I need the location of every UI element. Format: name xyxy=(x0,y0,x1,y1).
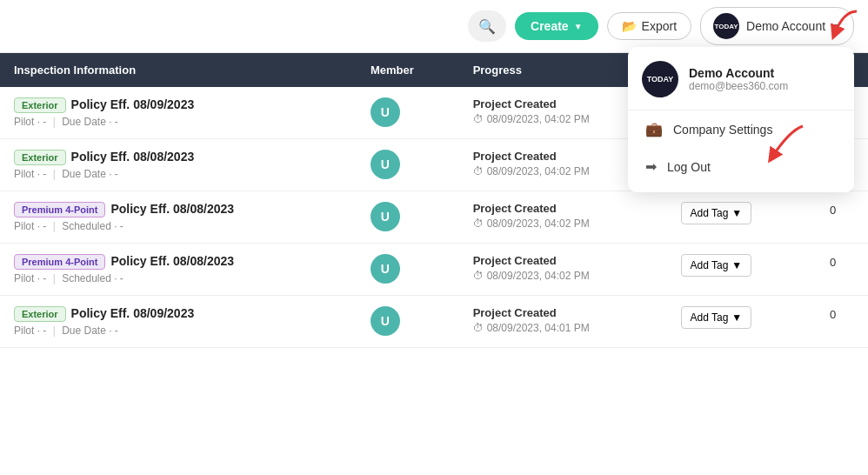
inspection-badge: Premium 4-Point xyxy=(14,254,105,270)
dropdown-user-info: Demo Account demo@bees360.com xyxy=(689,66,788,92)
inspection-badge: Premium 4-Point xyxy=(14,202,105,217)
tag-cell: Add Tag ▼ xyxy=(667,296,810,348)
search-button[interactable]: 🔍 xyxy=(468,10,506,42)
progress-cell: Project Created ⏱ 08/09/2023, 04:01 PM xyxy=(459,296,667,348)
tag-count: 0 xyxy=(823,256,836,269)
member-cell: U xyxy=(357,87,459,139)
member-cell: U xyxy=(357,139,459,191)
clock-icon: ⏱ xyxy=(473,217,484,230)
progress-time: ⏱ 08/09/2023, 04:01 PM xyxy=(473,322,653,334)
member-cell: U xyxy=(357,191,459,244)
tag-count: 0 xyxy=(823,204,836,217)
inspection-info-cell: Exterior Policy Eff. 08/09/2023 Pilot · … xyxy=(0,296,357,348)
progress-cell: Project Created ⏱ 08/09/2023, 04:02 PM xyxy=(459,191,667,244)
clock-icon: ⏱ xyxy=(473,270,484,282)
inspection-title: Policy Eff. 08/08/2023 xyxy=(110,202,234,216)
company-settings-item[interactable]: 💼 Company Settings xyxy=(628,110,854,148)
clock-icon: ⏱ xyxy=(473,322,484,334)
member-avatar: U xyxy=(371,306,400,336)
inspection-sub: Pilot · - | Due Date · - xyxy=(14,168,343,180)
dropdown-avatar: TODAY xyxy=(642,61,678,97)
member-avatar: U xyxy=(371,254,400,284)
avatar-text: TODAY xyxy=(714,23,738,30)
chevron-down-icon: ▼ xyxy=(832,22,841,31)
inspection-sub: Pilot · - | Due Date · - xyxy=(14,116,343,128)
tag-count: 0 xyxy=(823,308,836,321)
create-button[interactable]: Create ▼ xyxy=(515,12,598,40)
export-button[interactable]: 📂 Export xyxy=(607,12,691,40)
add-tag-button[interactable]: Add Tag ▼ xyxy=(681,254,752,277)
chevron-down-icon: ▼ xyxy=(731,207,742,219)
account-button[interactable]: TODAY Demo Account ▼ xyxy=(700,7,854,45)
avatar: TODAY xyxy=(713,13,739,39)
count-cell: 0 xyxy=(809,296,868,348)
export-label: Export xyxy=(642,19,677,33)
logout-item[interactable]: ➡ Log Out xyxy=(628,148,854,185)
tag-cell: Add Tag ▼ xyxy=(667,244,810,296)
inspection-sub: Pilot · - | Scheduled · - xyxy=(14,220,343,232)
search-icon: 🔍 xyxy=(478,18,496,35)
progress-time: ⏱ 08/09/2023, 04:02 PM xyxy=(473,113,653,125)
inspection-info-cell: Exterior Policy Eff. 08/09/2023 Pilot · … xyxy=(0,87,357,139)
dropdown-user-section: TODAY Demo Account demo@bees360.com xyxy=(628,61,854,110)
progress-status: Project Created xyxy=(473,254,653,267)
dropdown-avatar-text: TODAY xyxy=(647,75,674,84)
clock-icon: ⏱ xyxy=(473,165,484,177)
count-cell: 0 xyxy=(809,244,868,296)
inspection-title: Policy Eff. 08/09/2023 xyxy=(71,97,195,111)
logout-label: Log Out xyxy=(667,160,711,174)
count-cell: 0 xyxy=(809,191,868,244)
member-avatar: U xyxy=(371,202,400,231)
add-tag-button[interactable]: Add Tag ▼ xyxy=(681,306,752,329)
col-inspection-info: Inspection Information xyxy=(0,53,357,87)
member-cell: U xyxy=(357,296,459,348)
chevron-down-icon: ▼ xyxy=(731,311,742,324)
logout-icon: ➡ xyxy=(645,158,657,175)
account-label: Demo Account xyxy=(746,19,825,33)
progress-status: Project Created xyxy=(473,97,653,110)
chevron-down-icon: ▼ xyxy=(574,22,583,31)
inspection-badge: Exterior xyxy=(14,97,66,113)
inspection-title: Policy Eff. 08/08/2023 xyxy=(110,254,234,268)
dropdown-user-email: demo@bees360.com xyxy=(689,80,788,92)
export-icon: 📂 xyxy=(622,19,637,33)
company-settings-label: Company Settings xyxy=(673,123,772,137)
progress-status: Project Created xyxy=(473,306,653,319)
inspection-sub: Pilot · - | Due Date · - xyxy=(14,324,343,337)
inspection-badge: Exterior xyxy=(14,306,66,322)
briefcase-icon: 💼 xyxy=(645,121,663,137)
member-avatar: U xyxy=(371,150,400,179)
tag-cell: Add Tag ▼ xyxy=(667,191,810,244)
progress-status: Project Created xyxy=(473,202,653,215)
inspection-sub: Pilot · - | Scheduled · - xyxy=(14,272,343,284)
inspection-title: Policy Eff. 08/09/2023 xyxy=(71,306,195,320)
progress-status: Project Created xyxy=(473,150,653,163)
dropdown-user-name: Demo Account xyxy=(689,66,788,80)
member-cell: U xyxy=(357,244,459,296)
add-tag-button[interactable]: Add Tag ▼ xyxy=(681,202,752,224)
table-row[interactable]: Premium 4-Point Policy Eff. 08/08/2023 P… xyxy=(0,191,868,244)
inspection-info-cell: Premium 4-Point Policy Eff. 08/08/2023 P… xyxy=(0,244,357,296)
inspection-title: Policy Eff. 08/08/2023 xyxy=(71,150,195,164)
progress-cell: Project Created ⏱ 08/09/2023, 04:02 PM xyxy=(459,244,667,296)
col-member: Member xyxy=(357,53,459,87)
member-avatar: U xyxy=(371,97,400,127)
topbar: 🔍 Create ▼ 📂 Export TODAY Demo Account ▼ xyxy=(0,0,868,53)
inspection-badge: Exterior xyxy=(14,150,66,165)
progress-time: ⏱ 08/09/2023, 04:02 PM xyxy=(473,270,653,282)
inspection-info-cell: Premium 4-Point Policy Eff. 08/08/2023 P… xyxy=(0,191,357,244)
create-label: Create xyxy=(531,19,569,33)
inspection-info-cell: Exterior Policy Eff. 08/08/2023 Pilot · … xyxy=(0,139,357,191)
progress-time: ⏱ 08/09/2023, 04:02 PM xyxy=(473,165,653,177)
account-dropdown: TODAY Demo Account demo@bees360.com 💼 Co… xyxy=(628,47,854,192)
chevron-down-icon: ▼ xyxy=(731,259,742,271)
progress-time: ⏱ 08/09/2023, 04:02 PM xyxy=(473,217,653,230)
table-row[interactable]: Premium 4-Point Policy Eff. 08/08/2023 P… xyxy=(0,244,868,296)
clock-icon: ⏱ xyxy=(473,113,484,125)
table-row[interactable]: Exterior Policy Eff. 08/09/2023 Pilot · … xyxy=(0,296,868,348)
